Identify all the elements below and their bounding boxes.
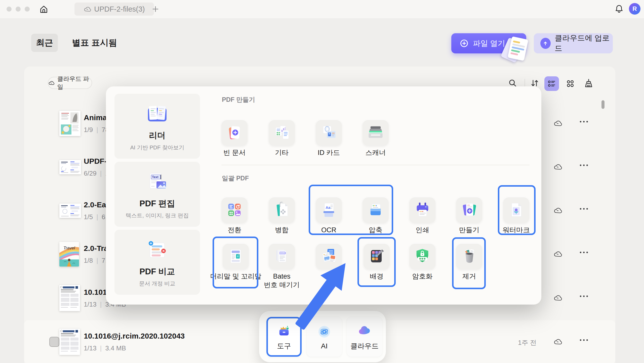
cloud-sync-icon[interactable] bbox=[553, 250, 562, 259]
more-options-button[interactable] bbox=[580, 121, 588, 122]
close-window-button[interactable] bbox=[7, 7, 12, 12]
cloud-sync-icon[interactable] bbox=[553, 338, 562, 346]
cloud-sync-icon[interactable] bbox=[553, 119, 562, 128]
new-tab-button[interactable] bbox=[150, 4, 160, 14]
svg-text:Travel: Travel bbox=[63, 246, 75, 250]
plus-circle-icon bbox=[460, 39, 468, 48]
tool-label: 배경 bbox=[353, 272, 400, 281]
reader-card[interactable]: 리더 AI 기반 PDF 찾아보기 bbox=[114, 94, 200, 159]
file-meta: 1/13|3.4 MB bbox=[84, 344, 126, 352]
tool-label: 병합 bbox=[258, 226, 306, 235]
pdf-compare-icon bbox=[114, 238, 200, 262]
list-view-button[interactable] bbox=[544, 76, 559, 91]
tools-icon bbox=[276, 323, 292, 339]
plus-icon bbox=[151, 5, 160, 13]
tab-recent[interactable]: 최근 bbox=[31, 34, 58, 52]
broom-icon bbox=[583, 78, 594, 89]
file-name: Animal bbox=[84, 113, 109, 122]
file-modified-date: 1주 전 bbox=[518, 338, 537, 347]
dock-label-ai: AI bbox=[321, 342, 328, 350]
tool-print[interactable]: 인쇄 bbox=[398, 197, 446, 235]
document-tab[interactable]: UPDF-2-files(3) bbox=[74, 3, 154, 16]
tool-label: 워터마크 bbox=[492, 226, 540, 235]
tool-convert[interactable]: 전환 bbox=[211, 197, 258, 235]
file-name: 2.0-Ea bbox=[84, 201, 106, 209]
clean-up-button[interactable] bbox=[582, 77, 595, 90]
open-file-button[interactable]: 파일 열기 bbox=[451, 33, 526, 53]
tool-encrypt[interactable]: ✱✱✱ 암호화 bbox=[398, 243, 446, 281]
file-thumbnail: Travel bbox=[59, 242, 79, 267]
pdf-edit-title: PDF 편집 bbox=[114, 198, 200, 209]
remove-icon bbox=[456, 243, 482, 269]
encrypt-icon: ✱✱✱ bbox=[409, 243, 435, 269]
cloud-color-icon bbox=[356, 323, 373, 339]
tool-background[interactable]: 배경 bbox=[353, 243, 400, 281]
avatar-initial: R bbox=[632, 5, 637, 12]
cloud-files-filter-button[interactable]: 클라우드 파일 bbox=[48, 77, 92, 89]
upload-to-cloud-button[interactable]: 클라우드에 업로드 bbox=[534, 33, 613, 53]
notifications-button[interactable] bbox=[613, 3, 625, 15]
tool-merge[interactable]: 병합 bbox=[258, 197, 306, 235]
cloud-files-label: 클라우드 파일 bbox=[57, 75, 92, 91]
tab-title: UPDF-2-files(3) bbox=[94, 5, 145, 13]
compress-icon bbox=[363, 197, 389, 223]
pdf-compare-card[interactable]: PDF 비교 문서 개정 비교 bbox=[114, 230, 200, 295]
tool-other[interactable]: 기타 bbox=[258, 119, 306, 157]
print-icon bbox=[409, 197, 435, 223]
tool-label: 제거 bbox=[445, 272, 493, 281]
pdf-compare-title: PDF 비교 bbox=[114, 266, 200, 277]
tool-compress[interactable]: 압축 bbox=[352, 197, 399, 235]
cloud-sync-icon[interactable] bbox=[553, 163, 562, 172]
pdf-edit-card[interactable]: Text PDF 편집 텍스트, 이미지, 링크 편집 bbox=[114, 162, 200, 227]
list-view-icon bbox=[547, 79, 557, 89]
dock-item-cloud[interactable]: 클라우드 bbox=[347, 317, 382, 357]
home-icon bbox=[39, 4, 49, 14]
more-options-button[interactable] bbox=[580, 339, 588, 341]
file-thumbnail bbox=[59, 285, 80, 311]
bell-icon bbox=[614, 4, 624, 14]
cloud-icon bbox=[84, 6, 92, 12]
tool-remove[interactable]: 제거 bbox=[445, 243, 493, 281]
more-options-button[interactable] bbox=[580, 208, 588, 210]
open-file-label: 파일 열기 bbox=[473, 38, 505, 49]
tool-label: 스캐너 bbox=[352, 149, 399, 157]
tool-header-footer[interactable]: 머리말 및 꼬리말 bbox=[206, 243, 266, 281]
dock-item-ai[interactable]: AI bbox=[307, 317, 342, 357]
tab-starred[interactable]: 별표 표시됨 bbox=[72, 34, 117, 52]
svg-text:Text: Text bbox=[152, 175, 158, 179]
tool-scanner[interactable]: 스캐너 bbox=[352, 119, 399, 157]
cloud-sync-icon[interactable] bbox=[553, 294, 562, 303]
tool-label: 머리말 및 꼬리말 bbox=[206, 272, 266, 281]
grid-view-button[interactable] bbox=[564, 77, 577, 90]
more-options-button[interactable] bbox=[580, 164, 588, 166]
reader-title: 리더 bbox=[114, 130, 200, 141]
tool-label: 압축 bbox=[352, 226, 399, 235]
title-bar: UPDF-2-files(3) R bbox=[0, 0, 644, 18]
minimize-window-button[interactable] bbox=[16, 7, 21, 12]
convert-icon bbox=[221, 197, 248, 223]
zoom-window-button[interactable] bbox=[25, 7, 30, 12]
bottom-dock: 도구 AI 클라우드 bbox=[259, 311, 386, 362]
cloud-sync-icon[interactable] bbox=[553, 207, 562, 215]
account-avatar[interactable]: R bbox=[629, 3, 640, 15]
tool-create[interactable]: 만들기 bbox=[445, 197, 493, 235]
tool-label: Bates 번호 매기기 bbox=[258, 272, 306, 289]
more-options-button[interactable] bbox=[580, 252, 588, 253]
file-meta: 6/29|1 bbox=[84, 170, 109, 177]
tools-menu-modal: 리더 AI 기반 PDF 찾아보기 Text PDF 편집 텍스트, 이미지, … bbox=[106, 86, 541, 305]
tool-blank-document[interactable]: 빈 문서 bbox=[211, 119, 258, 157]
row-checkbox[interactable] bbox=[49, 337, 59, 347]
svg-text:000123: 000123 bbox=[280, 252, 286, 254]
tool-ocr[interactable]: Aa OCR bbox=[305, 197, 353, 235]
tool-label: 전환 bbox=[211, 226, 258, 235]
tool-id-card[interactable]: ID 카드 bbox=[305, 119, 353, 157]
tool-obscured[interactable] bbox=[305, 243, 353, 272]
home-button[interactable] bbox=[38, 4, 49, 15]
tab-starred-label: 별표 표시됨 bbox=[72, 37, 117, 49]
ai-icon bbox=[316, 323, 333, 340]
more-options-button[interactable] bbox=[580, 295, 588, 297]
header-footer-icon bbox=[223, 243, 249, 269]
tool-watermark[interactable]: 워터마크 bbox=[492, 197, 540, 235]
dock-item-tools[interactable]: 도구 bbox=[266, 317, 302, 357]
tool-bates-numbering[interactable]: 000123 Bates 번호 매기기 bbox=[258, 243, 306, 289]
